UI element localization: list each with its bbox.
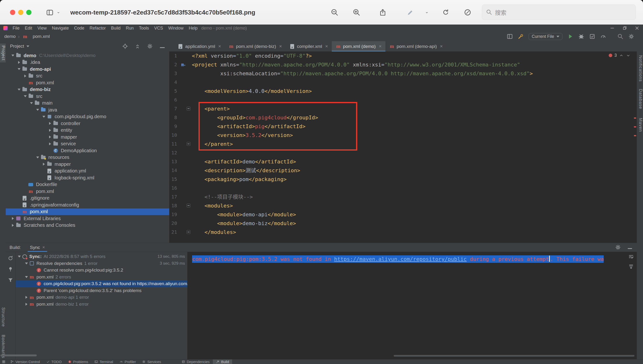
- project-tree-row[interactable]: mapper: [6, 134, 169, 140]
- chevron-down-icon[interactable]: [24, 276, 29, 278]
- project-tree-row[interactable]: External Libraries: [6, 215, 169, 222]
- chevron-down-icon[interactable]: [35, 156, 40, 158]
- statusbar-version-control[interactable]: Version Control: [7, 360, 43, 364]
- build-tree-row[interactable]: mpom.xmldemo-api 1 error: [16, 294, 187, 301]
- error-stripe-mark[interactable]: [634, 135, 636, 136]
- rotate-icon[interactable]: [442, 8, 449, 16]
- project-tree-row[interactable]: resources: [6, 154, 169, 161]
- fold-marker-icon[interactable]: [187, 204, 190, 208]
- chevron-right-icon[interactable]: [48, 122, 53, 125]
- code-line[interactable]: <packaging>pom</packaging>: [192, 175, 637, 184]
- project-tree-row[interactable]: s.springjavaformatconfig: [6, 202, 169, 208]
- tool-button-maven[interactable]: Maven: [637, 116, 643, 134]
- hide-icon[interactable]: [159, 43, 165, 49]
- search-icon[interactable]: [617, 33, 623, 40]
- build-tree-row[interactable]: Sync:At 2022/8/26 8:57 with 5 errors13 s…: [16, 253, 187, 260]
- coverage-icon[interactable]: [589, 33, 595, 40]
- code-line[interactable]: <?xml version="1.0" encoding="UTF-8"?>: [192, 52, 637, 60]
- build-tree-row[interactable]: !com.pig4cloud:pig:pom:3.5.2 was not fou…: [16, 280, 187, 287]
- project-tree-row[interactable]: com.pig4cloud.pig.demo: [6, 114, 169, 120]
- code-line[interactable]: <project xmlns="http://maven.apache.org/…: [192, 60, 637, 69]
- breadcrumb-file[interactable]: pom.xml: [33, 34, 50, 39]
- close-tab-icon[interactable]: ×: [325, 44, 328, 49]
- close-window-icon[interactable]: [634, 26, 640, 31]
- project-tree-row[interactable]: mpom.xml: [6, 208, 169, 215]
- layout-icon[interactable]: [507, 33, 513, 40]
- code-line[interactable]: xsi:schemaLocation="http://maven.apache.…: [192, 69, 637, 78]
- project-view-combo[interactable]: Project: [10, 44, 24, 49]
- build-tree-row[interactable]: mpom.xml2 errors: [16, 274, 187, 280]
- tree-horizontal-scrollbar[interactable]: [1, 354, 37, 356]
- chevron-right-icon[interactable]: [48, 142, 53, 145]
- code-line[interactable]: <description>测试</description>: [192, 166, 637, 175]
- close-tab-icon[interactable]: ×: [218, 44, 221, 49]
- close-tab-icon[interactable]: ×: [279, 44, 282, 49]
- project-tree-row[interactable]: demo-biz: [6, 86, 169, 93]
- project-tree-row[interactable]: service: [6, 140, 169, 148]
- project-tree-row[interactable]: java: [6, 106, 169, 114]
- build-tree-row[interactable]: mpom.xmldemo-biz 1 error: [16, 301, 187, 308]
- project-tree-row[interactable]: src: [6, 73, 169, 80]
- project-tree-row[interactable]: g.gitignore: [6, 195, 169, 202]
- menu-refactor[interactable]: Refactor: [87, 26, 109, 31]
- sidebar-toggle-icon[interactable]: [46, 8, 54, 16]
- project-tree-row[interactable]: src: [6, 93, 169, 100]
- menu-view[interactable]: View: [35, 26, 49, 31]
- chevron-down-icon[interactable]: [17, 88, 22, 90]
- close-traffic-light[interactable]: [10, 10, 15, 15]
- statusbar-todo[interactable]: TODO: [43, 360, 65, 364]
- tool-button-database[interactable]: Database: [637, 87, 643, 111]
- project-tree-row[interactable]: xlogback-spring.xml: [6, 174, 169, 181]
- close-tab-icon[interactable]: ×: [379, 44, 382, 49]
- soft-wrap-icon[interactable]: [628, 254, 634, 260]
- menu-window[interactable]: Window: [166, 26, 186, 31]
- build-tree-row[interactable]: Resolve dependencies1 error3 sec, 929 ms: [16, 260, 187, 267]
- chevron-down-icon[interactable]: [23, 95, 28, 97]
- statusbar-profiler[interactable]: Profiler: [116, 360, 139, 364]
- editor-tab[interactable]: yapplication.yml×: [174, 41, 225, 52]
- error-stripe-mark[interactable]: [634, 118, 636, 119]
- code-line[interactable]: <modules>: [192, 201, 637, 210]
- statusbar-problems[interactable]: Problems: [65, 360, 91, 364]
- zoom-traffic-light[interactable]: [26, 10, 32, 15]
- menu-file[interactable]: File: [10, 26, 22, 31]
- project-tree-row[interactable]: entity: [6, 127, 169, 134]
- build-output-line[interactable]: com.pig4cloud:pig:pom:3.5.2 was not foun…: [192, 255, 604, 263]
- tool-button-notifications[interactable]: Notifications: [637, 53, 643, 84]
- code-line[interactable]: <!--项目子模块-->: [192, 192, 637, 201]
- fold-marker-icon[interactable]: [187, 142, 190, 146]
- editor-tab[interactable]: mpom.xml (demo)×: [332, 41, 385, 52]
- wrench-icon[interactable]: [518, 33, 524, 40]
- menu-edit[interactable]: Edit: [22, 26, 35, 31]
- maven-repo-link[interactable]: https://maven.aliyun.com/repository/publ…: [334, 256, 467, 262]
- minimize-icon[interactable]: [627, 244, 633, 250]
- markup-pen-icon[interactable]: [407, 8, 414, 16]
- search-field[interactable]: 搜索: [482, 4, 636, 20]
- chevron-down-icon[interactable]: [17, 68, 22, 70]
- chevron-down-icon[interactable]: [11, 54, 15, 56]
- chevron-down-small-icon[interactable]: [425, 10, 429, 15]
- zoom-in-icon[interactable]: [353, 8, 360, 16]
- statusbar-build[interactable]: Build: [213, 360, 232, 364]
- project-tree-row[interactable]: Scratches and Consoles: [6, 222, 169, 229]
- minimize-traffic-light[interactable]: [18, 10, 23, 15]
- fold-marker-icon[interactable]: [187, 107, 190, 110]
- filter-icon[interactable]: [8, 277, 14, 283]
- editor[interactable]: 12m▾3456789101112131415161718192021 <?xm…: [169, 52, 637, 243]
- chevron-right-icon[interactable]: [23, 74, 28, 78]
- chevron-down-icon[interactable]: [24, 262, 29, 264]
- error-stripe-mark[interactable]: [634, 126, 636, 128]
- project-tree-row[interactable]: mapper: [6, 161, 169, 168]
- chevron-right-icon[interactable]: [48, 136, 53, 138]
- menu-navigate[interactable]: Navigate: [49, 26, 72, 31]
- statusbar-dependencies[interactable]: Dependencies: [179, 360, 213, 364]
- maven-import-marker-icon[interactable]: m▾: [181, 60, 186, 70]
- sidebar-chevron-icon[interactable]: [56, 10, 61, 15]
- project-tree-row[interactable]: mpom.xml: [6, 79, 169, 86]
- chevron-right-icon[interactable]: [24, 303, 29, 306]
- menu-code[interactable]: Code: [72, 26, 87, 31]
- profiler-icon[interactable]: [600, 33, 606, 40]
- minimize-window-icon[interactable]: [610, 26, 615, 31]
- settings-icon[interactable]: [628, 33, 634, 40]
- project-tree-row[interactable]: mpom.xml: [6, 188, 169, 195]
